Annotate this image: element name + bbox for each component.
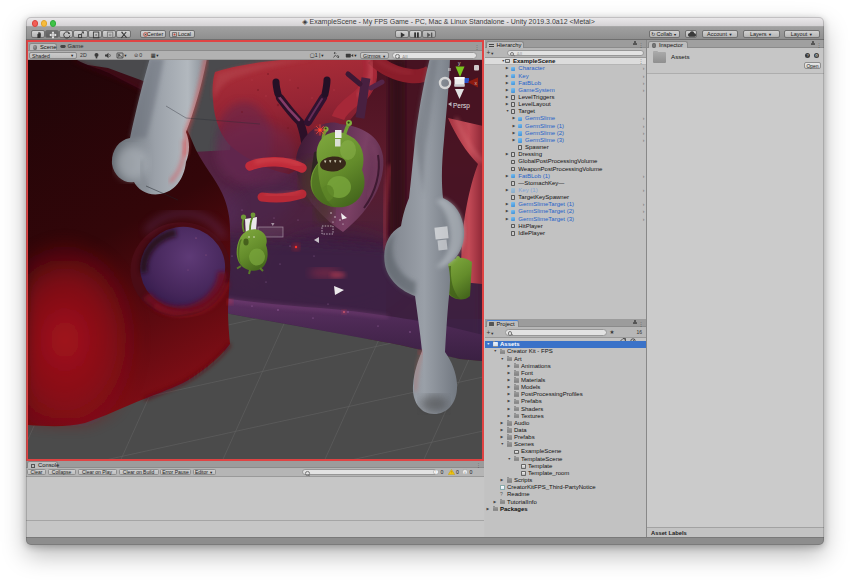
svg-text:i: i: [465, 470, 466, 475]
svg-text:!: !: [450, 470, 451, 475]
svg-text:!: !: [435, 470, 436, 475]
svg-text:Persp: Persp: [453, 102, 470, 110]
